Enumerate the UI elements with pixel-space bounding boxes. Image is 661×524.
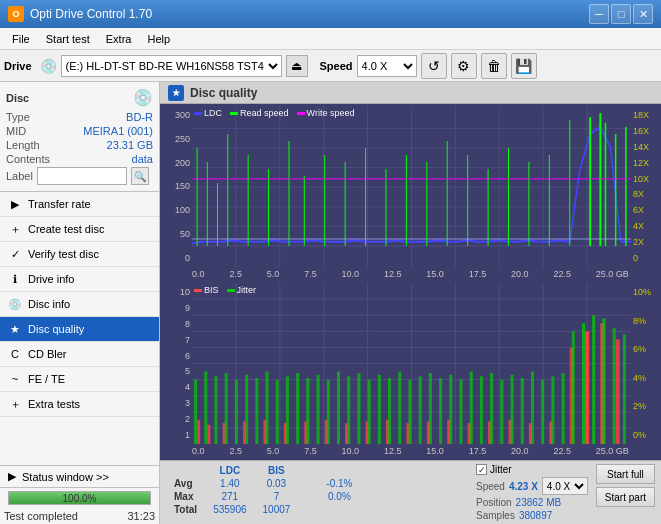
disc-quality-icon: ★ <box>8 322 22 336</box>
svg-rect-108 <box>429 373 432 444</box>
sidebar: Disc 💿 Type BD-R MID MEIRA1 (001) Length… <box>0 82 160 524</box>
ldc-legend: LDC <box>194 108 222 118</box>
menu-extra[interactable]: Extra <box>98 31 140 47</box>
status-window-icon: ▶ <box>8 470 16 483</box>
sidebar-item-cd-bler[interactable]: C CD Bler <box>0 342 159 367</box>
disc-contents-row: Contents data <box>6 153 153 165</box>
drive-info-label: Drive info <box>28 273 151 285</box>
cd-bler-label: CD Bler <box>28 348 151 360</box>
avg-label: Avg <box>166 477 205 490</box>
bis-legend: BIS <box>194 285 219 295</box>
samples-row: Samples 380897 <box>476 510 588 521</box>
sidebar-item-extra-tests[interactable]: ＋ Extra tests <box>0 392 159 417</box>
total-bis: 10007 <box>255 503 299 516</box>
menu-file[interactable]: File <box>4 31 38 47</box>
disc-info-label: Disc info <box>28 298 151 310</box>
extra-tests-icon: ＋ <box>8 397 22 411</box>
disc-mid-row: MID MEIRA1 (001) <box>6 125 153 137</box>
jitter-checkbox[interactable]: ✓ <box>476 464 487 475</box>
avg-jitter-spacer <box>298 477 318 490</box>
col-label <box>166 464 205 477</box>
disc-quality-label: Disc quality <box>28 323 151 335</box>
disc-label-input[interactable] <box>37 167 127 185</box>
start-part-button[interactable]: Start part <box>596 487 655 507</box>
jitter-speed-section: ✓ Jitter Speed 4.23 X 4.0 X Position 238… <box>476 464 588 521</box>
svg-rect-96 <box>306 378 309 444</box>
verify-test-label: Verify test disc <box>28 248 151 260</box>
transfer-rate-icon: ▶ <box>8 197 22 211</box>
max-jitter: 0.0% <box>318 490 360 503</box>
save-button[interactable]: 💾 <box>511 53 537 79</box>
svg-rect-116 <box>511 375 514 444</box>
cd-bler-icon: C <box>8 347 22 361</box>
eject-button[interactable]: ⏏ <box>286 55 308 77</box>
sidebar-item-create-test-disc[interactable]: ＋ Create test disc <box>0 217 159 242</box>
svg-rect-98 <box>327 380 330 444</box>
sidebar-item-transfer-rate[interactable]: ▶ Transfer rate <box>0 192 159 217</box>
avg-bis: 0.03 <box>255 477 299 490</box>
bis-legend-dot <box>194 289 202 292</box>
svg-rect-126 <box>613 328 616 444</box>
svg-rect-118 <box>531 372 534 444</box>
disc-info-icon: 💿 <box>8 297 22 311</box>
svg-rect-97 <box>317 375 320 444</box>
sidebar-item-verify-test-disc[interactable]: ✓ Verify test disc <box>0 242 159 267</box>
svg-rect-62 <box>197 420 200 444</box>
stats-panel: LDC BIS Avg 1.40 0.03 <box>160 460 661 524</box>
svg-rect-121 <box>562 373 565 444</box>
svg-rect-99 <box>337 372 340 444</box>
menu-help[interactable]: Help <box>139 31 178 47</box>
svg-rect-103 <box>378 375 381 444</box>
maximize-button[interactable]: □ <box>611 4 631 24</box>
disc-quality-header-icon: ★ <box>168 85 184 101</box>
top-y-axis-right: 18X 16X 14X 12X 10X 8X 6X 4X 2X 0 <box>631 106 659 267</box>
contents-label: Contents <box>6 153 50 165</box>
speed-select[interactable]: 4.0 X 2.0 X 6.0 X 8.0 X <box>357 55 417 77</box>
svg-rect-102 <box>368 380 371 444</box>
samples-value: 380897 <box>519 510 552 521</box>
bottom-chart-body: 10 9 8 7 6 5 4 3 2 1 <box>162 283 659 444</box>
status-completed: Test completed <box>4 510 78 522</box>
start-full-button[interactable]: Start full <box>596 464 655 484</box>
samples-label: Samples <box>476 510 515 521</box>
extra-tests-label: Extra tests <box>28 398 151 410</box>
max-bis: 7 <box>255 490 299 503</box>
titlebar-title: Opti Drive Control 1.70 <box>30 7 152 21</box>
speed-select-stats[interactable]: 4.0 X <box>542 477 588 495</box>
svg-rect-90 <box>245 375 248 444</box>
jitter-checkbox-label: Jitter <box>490 464 512 475</box>
drive-select[interactable]: (E:) HL-DT-ST BD-RE WH16NS58 TST4 <box>61 55 282 77</box>
settings-button[interactable]: ⚙ <box>451 53 477 79</box>
length-label: Length <box>6 139 40 151</box>
minimize-button[interactable]: ─ <box>589 4 609 24</box>
refresh-button[interactable]: ↺ <box>421 53 447 79</box>
erase-button[interactable]: 🗑 <box>481 53 507 79</box>
table-row: Total 535906 10007 <box>166 503 376 516</box>
svg-rect-114 <box>490 373 493 444</box>
verify-test-icon: ✓ <box>8 247 22 261</box>
sidebar-item-fe-te[interactable]: ~ FE / TE <box>0 367 159 392</box>
disc-label-label: Label <box>6 170 33 182</box>
fe-te-label: FE / TE <box>28 373 151 385</box>
total-jitter <box>318 503 360 516</box>
top-chart-body: 300 250 200 150 100 50 0 LDC <box>162 106 659 267</box>
max-ldc: 271 <box>205 490 254 503</box>
titlebar-controls: ─ □ ✕ <box>589 4 653 24</box>
jitter-legend-label: Jitter <box>237 285 257 295</box>
svg-rect-84 <box>616 339 620 444</box>
svg-rect-112 <box>470 372 473 444</box>
sidebar-item-disc-info[interactable]: 💿 Disc info <box>0 292 159 317</box>
disc-label-button[interactable]: 🔍 <box>131 167 149 185</box>
bottom-chart-svg <box>192 283 631 444</box>
bottom-y-axis-right: 10% 8% 6% 4% 2% 0% <box>631 283 659 444</box>
avg-jitter: -0.1% <box>318 477 360 490</box>
sidebar-item-disc-quality[interactable]: ★ Disc quality <box>0 317 159 342</box>
svg-rect-113 <box>480 376 483 444</box>
menubar: File Start test Extra Help <box>0 28 661 50</box>
action-buttons: Start full Start part <box>596 464 655 507</box>
close-button[interactable]: ✕ <box>633 4 653 24</box>
menu-start-test[interactable]: Start test <box>38 31 98 47</box>
status-window-toggle[interactable]: ▶ Status window >> <box>0 466 159 488</box>
top-chart-svg <box>192 106 631 267</box>
sidebar-item-drive-info[interactable]: ℹ Drive info <box>0 267 159 292</box>
